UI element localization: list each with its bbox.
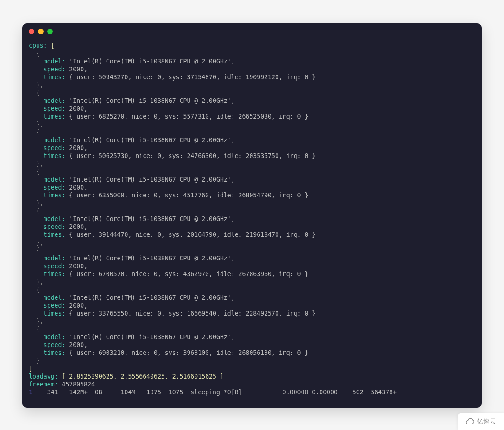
terminal-content: cpus: [ { model: 'Intel(R) Core(TM) i5-1… [22,40,482,403]
watermark: 亿速云 [458,413,504,430]
watermark-text: 亿速云 [477,417,496,426]
cloud-icon [466,417,475,426]
window-titlebar [22,23,482,40]
maximize-icon[interactable] [47,29,53,34]
close-icon[interactable] [29,29,34,34]
terminal-window: cpus: [ { model: 'Intel(R) Core(TM) i5-1… [22,23,482,408]
minimize-icon[interactable] [38,29,44,34]
